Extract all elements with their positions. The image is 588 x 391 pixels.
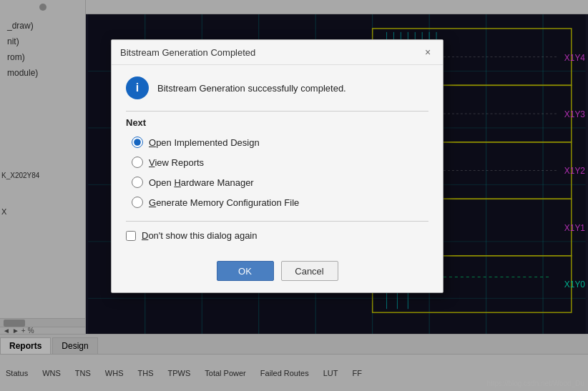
radio-label-4: Generate Memory Configuration File bbox=[149, 197, 299, 208]
radio-label-1: Open Implemented Design bbox=[149, 137, 260, 148]
radio-label-3: Open Hardware Manager bbox=[149, 177, 254, 188]
dialog-title: Bitstream Generation Completed bbox=[120, 47, 255, 58]
checkbox-row: Don't show this dialog again bbox=[126, 221, 428, 241]
dialog-close-button[interactable]: × bbox=[421, 46, 434, 59]
radio-generate-memory[interactable] bbox=[132, 197, 143, 208]
radio-item-1[interactable]: Open Implemented Design bbox=[132, 137, 428, 148]
cancel-button[interactable]: Cancel bbox=[281, 261, 338, 281]
info-row: i Bitstream Generation successfully comp… bbox=[126, 76, 428, 99]
dialog-footer: OK Cancel bbox=[112, 252, 443, 292]
dont-show-checkbox[interactable] bbox=[126, 231, 136, 241]
radio-group: Open Implemented Design View Reports Ope… bbox=[126, 137, 428, 208]
dialog-titlebar: Bitstream Generation Completed × bbox=[112, 40, 443, 65]
radio-label-2: View Reports bbox=[149, 157, 204, 168]
radio-item-2[interactable]: View Reports bbox=[132, 157, 428, 168]
section-divider bbox=[126, 111, 428, 112]
radio-open-implemented[interactable] bbox=[132, 137, 143, 148]
info-icon: i bbox=[126, 76, 149, 99]
checkbox-label: Don't show this dialog again bbox=[142, 230, 257, 241]
radio-view-reports[interactable] bbox=[132, 157, 143, 168]
radio-open-hardware[interactable] bbox=[132, 177, 143, 188]
next-label: Next bbox=[126, 117, 428, 128]
bitstream-dialog: Bitstream Generation Completed × i Bitst… bbox=[111, 39, 444, 293]
info-message: Bitstream Generation successfully comple… bbox=[157, 83, 346, 94]
ok-button[interactable]: OK bbox=[217, 261, 274, 281]
radio-item-4[interactable]: Generate Memory Configuration File bbox=[132, 197, 428, 208]
dialog-body: i Bitstream Generation successfully comp… bbox=[112, 65, 443, 252]
radio-item-3[interactable]: Open Hardware Manager bbox=[132, 177, 428, 188]
